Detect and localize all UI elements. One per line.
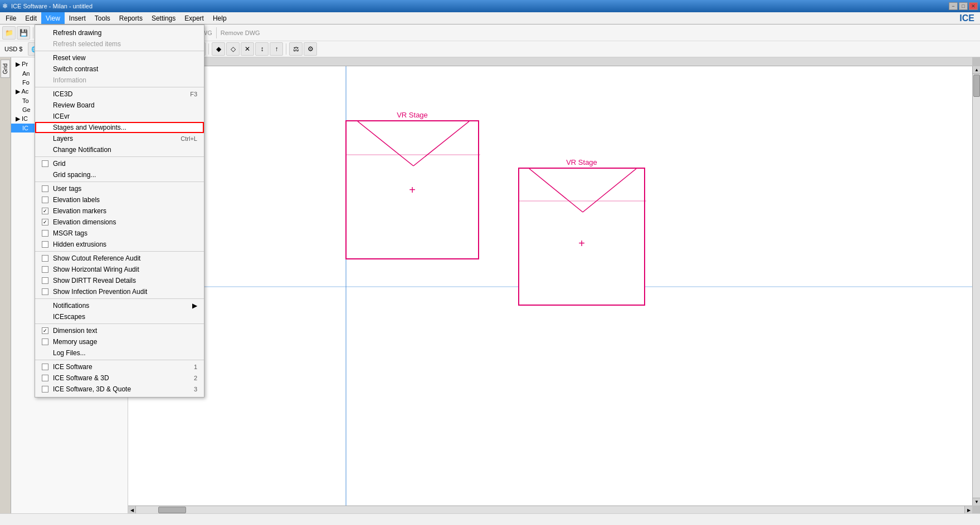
dropdown-item-show-horizontal-wiring-audit[interactable]: Show Horizontal Wiring Audit xyxy=(35,264,204,275)
checkbox-hidden-extrusions[interactable] xyxy=(42,241,48,248)
dropdown-item-show-infection-prevention-audit[interactable]: Show Infection Prevention Audit xyxy=(35,286,204,297)
dropdown-item-change-notification[interactable]: Change Notification xyxy=(35,144,204,155)
checkbox-show-dirtt-reveal-details[interactable] xyxy=(42,277,48,284)
dropdown-item-grid[interactable]: Grid xyxy=(35,158,204,169)
maximize-button[interactable]: □ xyxy=(959,2,968,10)
checkbox-ice-software[interactable] xyxy=(42,364,48,370)
dropdown-item-refresh-drawing[interactable]: Refresh drawing xyxy=(35,27,204,38)
menu-edit[interactable]: Edit xyxy=(21,12,41,24)
menu-insert[interactable]: Insert xyxy=(65,12,90,24)
menu-item-label: ICE Software, 3D & Quote xyxy=(53,385,131,393)
vscroll-down[interactable]: ▼ xyxy=(973,498,980,506)
dropdown-item-layers[interactable]: LayersCtrl+L xyxy=(35,133,204,144)
dropdown-item-elevation-dimensions[interactable]: Elevation dimensions xyxy=(35,217,204,228)
canvas-area[interactable]: 4127.826mm VR Stage + xyxy=(128,57,980,513)
title-bar-controls[interactable]: − □ ✕ xyxy=(949,2,978,10)
dropdown-item-show-cutout-reference-audit[interactable]: Show Cutout Reference Audit xyxy=(35,253,204,264)
app-icon: ❄ xyxy=(2,2,8,10)
toolbar-r2-14[interactable]: ◇ xyxy=(226,42,240,56)
dropdown-item-notifications[interactable]: Notifications▶ xyxy=(35,300,204,311)
vscroll-thumb[interactable] xyxy=(973,75,980,97)
minimize-button[interactable]: − xyxy=(949,2,958,10)
toolbar-r2-18[interactable]: ⚖ xyxy=(289,42,303,56)
vr-stage-1: VR Stage + xyxy=(345,111,479,259)
dropdown-item-review-board[interactable]: Review Board xyxy=(35,100,204,111)
canvas-white: 4127.826mm VR Stage + xyxy=(128,66,972,506)
dropdown-item-show-dirtt-reveal-details[interactable]: Show DIRTT Reveal Details xyxy=(35,275,204,286)
toolbar-r2-17[interactable]: ↑ xyxy=(270,42,283,56)
menu-item-shortcut: 3 xyxy=(194,386,197,392)
dropdown-item-ice-software-3d--quote[interactable]: ICE Software, 3D & Quote3 xyxy=(35,384,204,395)
checkbox-dimension-text[interactable] xyxy=(42,327,48,334)
hscroll-thumb[interactable] xyxy=(158,507,186,513)
checkbox-show-cutout-reference-audit[interactable] xyxy=(42,255,48,262)
menu-help[interactable]: Help xyxy=(208,12,231,24)
checkbox-show-infection-prevention-audit[interactable] xyxy=(42,288,48,295)
svg-line-1 xyxy=(413,121,469,166)
menu-reports[interactable]: Reports xyxy=(115,12,147,24)
menu-separator xyxy=(35,87,204,87)
toolbar-r2-13[interactable]: ◆ xyxy=(212,42,225,56)
dropdown-item-reset-view[interactable]: Reset view xyxy=(35,52,204,63)
hscroll-left[interactable]: ◀ xyxy=(128,506,136,513)
menu-item-label: Elevation labels xyxy=(53,196,100,204)
horizontal-scrollbar[interactable]: ◀ ▶ xyxy=(128,506,972,513)
hscroll-right[interactable]: ▶ xyxy=(964,506,972,513)
svg-line-0 xyxy=(358,121,413,166)
remove-dwg-btn[interactable]: Remove DWG xyxy=(220,30,261,36)
checkbox-memory-usage[interactable] xyxy=(42,338,48,345)
checkbox-ice-software--3d[interactable] xyxy=(42,375,48,381)
dropdown-item-user-tags[interactable]: User tags xyxy=(35,183,204,194)
dropdown-item-ice-software[interactable]: ICE Software1 xyxy=(35,361,204,372)
dropdown-item-msgr-tags[interactable]: MSGR tags xyxy=(35,228,204,239)
dropdown-item-ice-software--3d[interactable]: ICE Software & 3D2 xyxy=(35,372,204,384)
menu-item-label: Stages and Viewpoints... xyxy=(53,124,126,131)
dropdown-item-stages-and-viewpoints[interactable]: Stages and Viewpoints... xyxy=(35,122,204,133)
menu-separator xyxy=(35,298,204,299)
dropdown-item-elevation-markers[interactable]: Elevation markers xyxy=(35,205,204,217)
vertical-scrollbar[interactable]: ▲ ▼ xyxy=(972,66,980,506)
checkbox-elevation-markers[interactable] xyxy=(42,208,48,214)
checkbox-user-tags[interactable] xyxy=(42,185,48,192)
toolbar-icon1[interactable]: 📁 xyxy=(2,26,16,40)
menu-file[interactable]: File xyxy=(1,12,21,24)
vr-stage-2: VR Stage + xyxy=(518,158,645,306)
menu-item-label: ICE Software & 3D xyxy=(53,374,109,382)
menu-item-label: Grid xyxy=(53,160,66,168)
dropdown-item-icescapes[interactable]: ICEscapes xyxy=(35,311,204,322)
vscroll-up[interactable]: ▲ xyxy=(973,66,980,74)
checkbox-msgr-tags[interactable] xyxy=(42,230,48,237)
menu-settings[interactable]: Settings xyxy=(147,12,180,24)
dropdown-item-memory-usage[interactable]: Memory usage xyxy=(35,336,204,347)
menu-view[interactable]: View xyxy=(41,12,65,24)
title-bar: ❄ ICE Software - Milan - untitled − □ ✕ xyxy=(0,0,980,12)
toolbar-r2-15[interactable]: ✕ xyxy=(241,42,254,56)
view-dropdown-menu: Refresh drawingRefresh selected itemsRes… xyxy=(35,24,204,398)
toolbar-r2-16[interactable]: ↕ xyxy=(255,42,269,56)
dropdown-item-dimension-text[interactable]: Dimension text xyxy=(35,325,204,336)
dropdown-item-switch-contrast[interactable]: Switch contrast xyxy=(35,63,204,75)
dropdown-item-refresh-selected-items: Refresh selected items xyxy=(35,38,204,50)
menu-item-label: Notifications xyxy=(53,302,89,310)
menu-tools[interactable]: Tools xyxy=(90,12,115,24)
dropdown-item-log-files[interactable]: Log Files... xyxy=(35,347,204,359)
vr-stage-2-cross: + xyxy=(578,237,585,250)
checkbox-elevation-labels[interactable] xyxy=(42,197,48,203)
dropdown-item-hidden-extrusions[interactable]: Hidden extrusions xyxy=(35,239,204,250)
dropdown-item-icevr[interactable]: ICEvr xyxy=(35,111,204,122)
menu-expert[interactable]: Expert xyxy=(180,12,208,24)
checkbox-ice-software-3d--quote[interactable] xyxy=(42,386,48,392)
sep1 xyxy=(33,27,33,38)
dropdown-item-elevation-labels[interactable]: Elevation labels xyxy=(35,194,204,205)
toolbar-r2-19[interactable]: ⚙ xyxy=(304,42,317,56)
checkbox-show-horizontal-wiring-audit[interactable] xyxy=(42,266,48,273)
grid-tab[interactable]: Grid xyxy=(1,60,10,78)
dropdown-item-ice3d[interactable]: ICE3DF3 xyxy=(35,89,204,100)
toolbar-icon2[interactable]: 💾 xyxy=(17,26,30,40)
menu-item-shortcut: F3 xyxy=(190,91,197,97)
checkbox-grid[interactable] xyxy=(42,160,48,167)
menu-item-label: Information xyxy=(53,76,86,84)
checkbox-elevation-dimensions[interactable] xyxy=(42,219,48,225)
dropdown-item-grid-spacing[interactable]: Grid spacing... xyxy=(35,169,204,180)
close-button[interactable]: ✕ xyxy=(969,2,978,10)
